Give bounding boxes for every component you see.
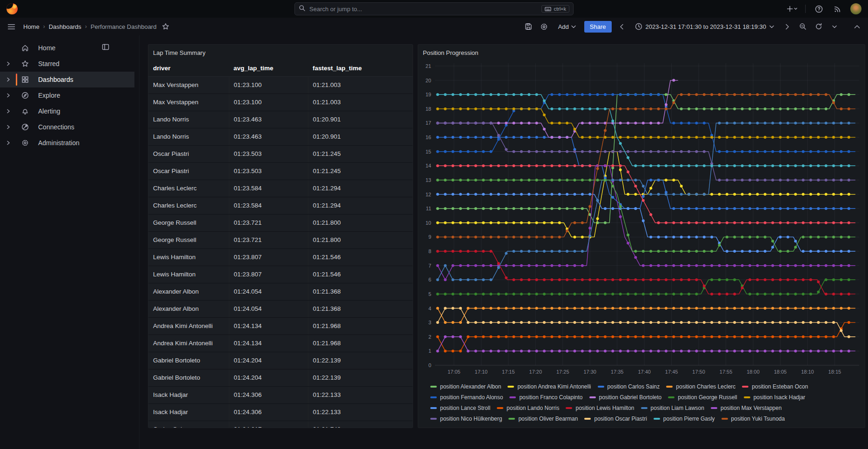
data-point [550, 150, 553, 153]
legend-swatch [721, 418, 728, 420]
time-range-forward-button[interactable] [781, 21, 793, 32]
data-point [794, 349, 797, 352]
data-point [642, 335, 645, 338]
data-point [840, 221, 842, 224]
legend-item[interactable]: position Lance Stroll [430, 405, 490, 411]
legend-item[interactable]: position Andrea Kimi Antonelli [507, 383, 591, 390]
refresh-button[interactable] [813, 21, 824, 32]
home-icon [21, 44, 29, 52]
data-point [809, 321, 812, 324]
legend-item[interactable]: position Nico Hülkenberg [430, 415, 502, 422]
legend-item[interactable]: position Oscar Piastri [584, 415, 647, 422]
legend-label: position Yuki Tsunoda [731, 415, 785, 422]
legend-item[interactable]: position George Russell [668, 394, 737, 401]
legend-item[interactable]: position Yuki Tsunoda [721, 415, 785, 422]
legend-item[interactable]: position Esteban Ocon [742, 383, 808, 390]
legend-item[interactable]: position Lando Norris [497, 405, 559, 411]
chevron-right-icon[interactable] [7, 123, 10, 131]
data-point [809, 250, 812, 253]
mega-menu-toggle[interactable] [6, 21, 17, 32]
data-point [558, 293, 561, 295]
legend-item[interactable]: position Lewis Hamilton [566, 405, 634, 411]
share-button[interactable]: Share [584, 21, 612, 33]
table-column-header[interactable]: fastest_lap_time [308, 60, 413, 76]
grafana-logo[interactable] [7, 3, 18, 14]
add-panel-button[interactable]: Add [554, 21, 580, 32]
legend-swatch [507, 386, 514, 388]
help-icon[interactable] [813, 3, 824, 14]
dashboard-settings-gear-icon[interactable] [539, 21, 550, 32]
zoom-out-time-button[interactable] [797, 21, 808, 32]
data-point [741, 264, 744, 267]
data-point [543, 164, 546, 167]
panel-title[interactable]: Position Progression [418, 45, 865, 60]
table-row: Alexander Albon01:24.05401:21.368 [148, 283, 413, 300]
legend-item[interactable]: position Alexander Albon [430, 383, 501, 390]
data-point [474, 349, 477, 352]
data-point [489, 193, 492, 196]
data-point [535, 250, 538, 253]
position-progression-chart[interactable]: 012345678910111213141516171819202117:051… [418, 60, 865, 378]
data-point [550, 321, 553, 324]
legend-item[interactable]: position Max Verstappen [711, 405, 781, 411]
collapse-controls-button[interactable] [851, 21, 862, 32]
data-point [436, 221, 439, 224]
data-point [726, 321, 728, 324]
legend-item[interactable]: position Oliver Bearman [508, 415, 578, 422]
chevron-right-icon[interactable] [7, 139, 10, 147]
data-point [459, 122, 462, 125]
breadcrumb-dashboards[interactable]: Dashboards [49, 23, 81, 30]
table-cell: Gabriel Bortoleto [148, 352, 229, 369]
sidebar-item-home[interactable]: Home [0, 40, 139, 56]
panel-title[interactable]: Lap Time Summary [148, 45, 413, 60]
table-column-header[interactable]: avg_lap_time [229, 60, 308, 76]
favorite-star-icon[interactable] [160, 21, 171, 32]
data-point [467, 335, 469, 338]
data-point [452, 349, 454, 352]
legend-item[interactable]: position Fernando Alonso [430, 394, 503, 401]
sidebar-item-dashboards[interactable]: Dashboards [0, 72, 134, 87]
sidebar-item-administration[interactable]: Administration [0, 135, 139, 151]
legend-item[interactable]: position Carlos Sainz [598, 383, 660, 390]
data-point [474, 107, 477, 110]
data-point [703, 335, 706, 338]
data-point [779, 136, 782, 139]
sidebar-item-starred[interactable]: Starred [0, 56, 139, 72]
table-row: Oscar Piastri01:23.50301:21.245 [148, 145, 413, 162]
sidebar-item-explore[interactable]: Explore [0, 87, 139, 103]
legend-item[interactable]: position Gabriel Bortoleto [589, 394, 662, 401]
chevron-right-icon[interactable] [7, 107, 10, 115]
search-input[interactable]: Search or jump to... ctrl+k [294, 2, 574, 15]
table-column-header[interactable]: driver [148, 60, 229, 76]
data-point [604, 164, 607, 167]
series-line [438, 251, 855, 294]
new-create-button[interactable] [787, 3, 798, 14]
data-point [787, 150, 789, 153]
legend-item[interactable]: position Franco Colapinto [509, 394, 582, 401]
dock-sidebar-icon[interactable] [102, 43, 109, 53]
sidebar-item-connections[interactable]: Connections [0, 119, 139, 135]
data-point [566, 293, 568, 295]
user-avatar[interactable] [850, 3, 861, 14]
data-point [482, 150, 485, 153]
legend-item[interactable]: position Liam Lawson [641, 405, 704, 411]
data-point [550, 207, 553, 210]
data-point [444, 93, 447, 96]
time-range-back-button[interactable] [616, 21, 628, 32]
time-range-picker[interactable]: 2023-12-31 17:01:30 to 2023-12-31 18:19:… [632, 21, 777, 32]
legend-item[interactable]: position Isack Hadjar [744, 394, 805, 401]
news-rss-icon[interactable] [832, 3, 843, 14]
data-point [642, 195, 645, 198]
data-point [756, 107, 759, 110]
refresh-interval-dropdown[interactable] [829, 21, 840, 32]
chevron-right-icon[interactable] [7, 60, 10, 68]
data-point [474, 307, 477, 310]
legend-item[interactable]: position Pierre Gasly [654, 415, 715, 422]
save-dashboard-icon[interactable] [523, 21, 534, 32]
chevron-right-icon[interactable] [7, 75, 10, 84]
legend-item[interactable]: position Charles Leclerc [666, 383, 735, 390]
data-point [710, 93, 713, 96]
sidebar-item-alerting[interactable]: Alerting [0, 103, 139, 119]
breadcrumb-home[interactable]: Home [23, 23, 40, 30]
chevron-right-icon[interactable] [7, 91, 10, 100]
